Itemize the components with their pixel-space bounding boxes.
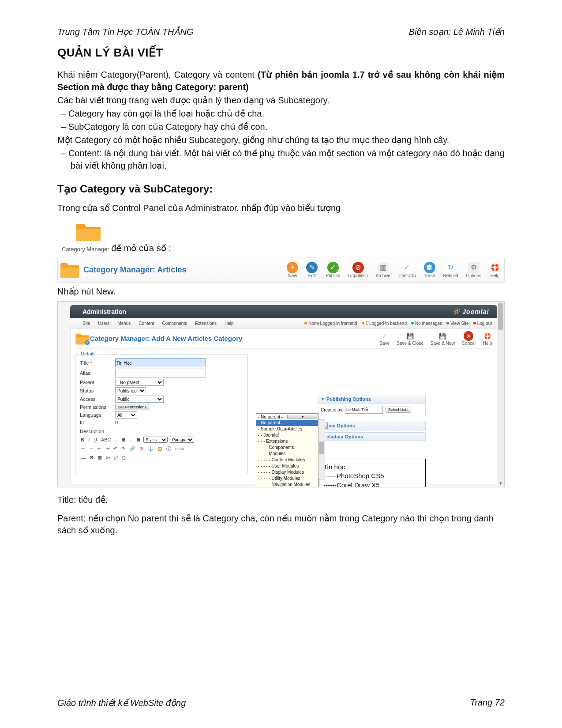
outdent-icon[interactable]: ⇤: [97, 446, 102, 452]
save-close-button[interactable]: 💾Save & Close: [397, 331, 423, 346]
align-justify-icon[interactable]: ≣: [135, 437, 141, 443]
menu-extensions[interactable]: Extensions: [195, 321, 217, 326]
align-center-icon[interactable]: ≣: [121, 437, 127, 443]
status-messages[interactable]: No messages: [411, 321, 442, 326]
dropdown-scrollbar[interactable]: [318, 419, 325, 479]
paragraph-select[interactable]: Paragra: [170, 437, 194, 443]
save-new-button[interactable]: 💾Save & New: [431, 331, 455, 346]
anchor-icon[interactable]: ⚓: [146, 446, 154, 452]
help-button[interactable]: 🛟Help: [483, 331, 492, 346]
joomla-brand: 🔆 Joomla!: [452, 308, 489, 315]
access-select[interactable]: Public: [115, 396, 164, 403]
image-icon[interactable]: 🖼: [157, 446, 163, 452]
menu-components[interactable]: Components: [162, 321, 187, 326]
char-icon[interactable]: Ω: [121, 455, 127, 460]
help-button[interactable]: 🛟Help: [489, 262, 501, 278]
alias-input[interactable]: [115, 369, 206, 377]
menu-site[interactable]: Site: [82, 321, 90, 326]
menu-help[interactable]: Help: [225, 321, 234, 326]
header-right: Biên soạn: Lê Minh Tiến: [409, 26, 505, 37]
label: New: [288, 273, 297, 278]
option[interactable]: - Sample Data-Articles: [256, 426, 318, 432]
unpublish-button[interactable]: ⊘Unpublish: [348, 262, 367, 278]
new-button[interactable]: ＋New: [287, 262, 298, 278]
parent-dropdown-list[interactable]: - No parent - - Sample Data-Articles - -…: [256, 419, 318, 487]
metadata-options-header[interactable]: ▲etadata Options: [318, 432, 426, 441]
options-button[interactable]: ⚙Options: [466, 262, 481, 278]
inline-row: Category Manager để mở cửa sổ :: [57, 243, 505, 253]
label: sic Options: [329, 423, 355, 428]
strike-icon[interactable]: ABC: [100, 437, 112, 442]
italic-icon[interactable]: I: [87, 437, 90, 442]
editor-toolbar-3: — ✖ ▦ x₂ x² Ω: [80, 455, 243, 460]
created-by-input[interactable]: [345, 406, 383, 414]
option[interactable]: - - - - Components: [256, 445, 318, 451]
table-icon[interactable]: ▦: [97, 455, 103, 460]
html-icon[interactable]: HTML: [174, 447, 186, 451]
edit-button[interactable]: ✎Edit: [306, 262, 318, 278]
undo-icon[interactable]: ↶: [112, 446, 118, 452]
menu-menus[interactable]: Menus: [117, 321, 131, 326]
option[interactable]: - - - - Modules: [256, 451, 318, 457]
option[interactable]: - - Joomla!: [256, 432, 318, 438]
logout-link[interactable]: Log out: [473, 321, 492, 326]
label: Edit: [308, 273, 316, 278]
cancel-button[interactable]: ✕Cancel: [462, 331, 476, 346]
bold-icon[interactable]: B: [80, 437, 85, 442]
option[interactable]: - - - - - Content Modules: [256, 457, 318, 463]
trash-button[interactable]: 🗑Trash: [424, 262, 435, 278]
scroll-down-icon[interactable]: ▼: [498, 481, 503, 487]
sub-icon[interactable]: x₂: [105, 455, 111, 460]
option[interactable]: - - - - - Utility Modules: [256, 475, 318, 482]
ol-icon[interactable]: ☷: [88, 446, 94, 452]
unlink-icon[interactable]: ⊘: [139, 446, 144, 452]
admin-panel: ▲ ▼ Administration 🔆 Joomla! Site Users …: [57, 301, 505, 487]
hr-icon[interactable]: —: [80, 455, 86, 460]
scroll-thumb[interactable]: [498, 303, 503, 330]
code-icon[interactable]: ⓘ: [165, 445, 172, 452]
status-frontend: None Logged-in frontend: [304, 321, 357, 326]
status-select[interactable]: Published: [115, 387, 146, 394]
save-button[interactable]: ✓Save: [379, 331, 390, 346]
view-site-link[interactable]: View Site: [446, 321, 469, 326]
bullet-list: Content: là nội dung bài viết. Một bài v…: [57, 147, 505, 172]
align-left-icon[interactable]: ≡: [114, 437, 119, 442]
language-select[interactable]: All: [115, 411, 137, 419]
checkin-button[interactable]: ✓Check In: [398, 262, 416, 278]
option[interactable]: - - - Extensions: [256, 438, 318, 445]
rebuild-button[interactable]: ↻Rebuild: [443, 262, 458, 278]
row-access: AccessPublic: [80, 396, 243, 403]
category-manager-toolbar: Category Manager: Articles ＋New ✎Edit ✓P…: [57, 257, 505, 283]
label: Save: [379, 341, 390, 346]
archive-button[interactable]: ▥Archive: [376, 262, 390, 278]
text: 1 Logged-in backend: [366, 321, 407, 326]
board-title: Category Manager: Add A New Articles Cat…: [90, 335, 379, 342]
option[interactable]: - - - - - Display Modules: [256, 469, 318, 475]
option[interactable]: - - - - - Navigation Modules: [256, 482, 318, 487]
option-selected[interactable]: - No parent -: [256, 420, 318, 426]
redo-icon[interactable]: ↷: [120, 446, 126, 452]
label: Publish: [326, 273, 340, 278]
sup-icon[interactable]: x²: [113, 455, 119, 460]
title-input[interactable]: [115, 358, 206, 367]
publish-button[interactable]: ✓Publish: [326, 262, 340, 278]
menu-content[interactable]: Content: [139, 321, 154, 326]
select-user-button[interactable]: Select User: [386, 407, 412, 413]
publishing-options-header[interactable]: ▼Publishing Options: [318, 395, 426, 404]
scrollbar[interactable]: ▲ ▼: [497, 302, 504, 487]
link-icon[interactable]: 🔗: [128, 446, 136, 452]
basic-options-header[interactable]: ▼sic Options: [318, 421, 426, 430]
menu-users[interactable]: Users: [98, 321, 109, 326]
align-right-icon[interactable]: ≡: [129, 437, 133, 442]
parent-dropdown-display[interactable]: - No parent -▼: [256, 413, 318, 420]
option[interactable]: - - - - - User Modules: [256, 463, 318, 469]
indent-icon[interactable]: ⇥: [105, 446, 110, 452]
ul-icon[interactable]: ☰: [80, 446, 86, 452]
paragraph: Khái niệm Category(Parent), Category và …: [57, 68, 505, 93]
clear-icon[interactable]: ✖: [89, 455, 94, 460]
parent-select[interactable]: - No parent -: [115, 379, 164, 386]
underline-icon[interactable]: U: [93, 437, 98, 442]
scroll-thumb[interactable]: [319, 441, 324, 454]
permissions-button[interactable]: Set Permissions: [115, 404, 149, 410]
styles-select[interactable]: Styles: [143, 437, 168, 443]
